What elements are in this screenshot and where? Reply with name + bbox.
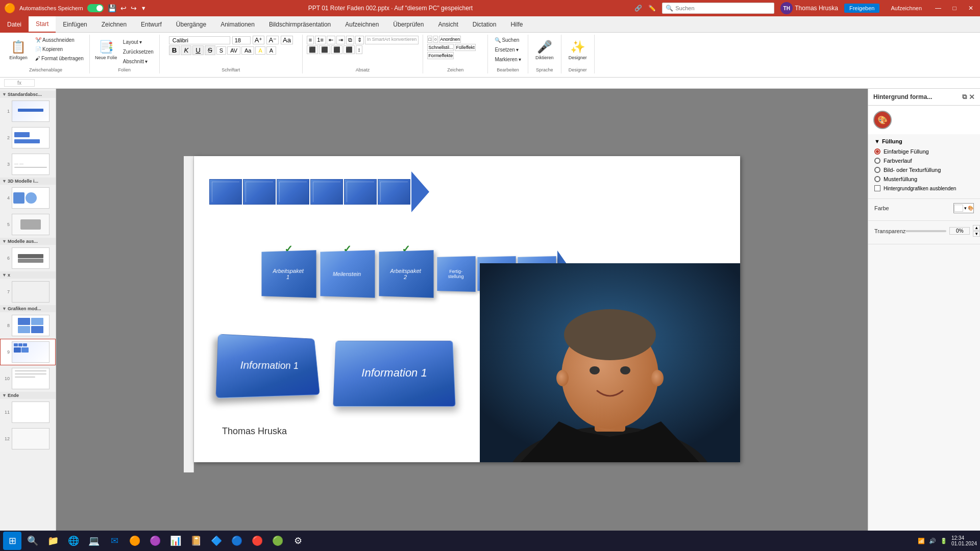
paste-button[interactable]: 📋 Einfügen: [5, 36, 32, 64]
slide-canvas[interactable]: ✓ Arbeitspaket1 ✓ Meilenstein ✓ Arbeitsp…: [194, 156, 740, 462]
share-button[interactable]: Freigeben: [844, 4, 880, 13]
tab-entwurf[interactable]: Entwurf: [134, 16, 169, 33]
slide-item-1[interactable]: 1: [0, 98, 56, 124]
taskbar-vs[interactable]: 💻: [85, 532, 103, 550]
checkbox-hintergrund[interactable]: Hintergrundgrafiken ausblenden: [874, 185, 974, 191]
slide-item-5[interactable]: 5: [0, 211, 56, 238]
tab-aufzeichnen[interactable]: Aufzeichnen: [338, 16, 386, 33]
justify-button[interactable]: ⬛: [344, 45, 355, 54]
align-center-button[interactable]: ⬛: [319, 45, 330, 54]
tab-animationen[interactable]: Animationen: [213, 16, 262, 33]
highlight-button[interactable]: A: [255, 46, 265, 55]
tab-dictation[interactable]: Dictation: [465, 16, 504, 33]
slide-item-7[interactable]: 7: [0, 279, 56, 305]
save-icon[interactable]: 💾: [108, 4, 116, 12]
slide-item-12[interactable]: 12: [0, 425, 56, 452]
start-button[interactable]: ⊞: [3, 532, 21, 550]
tab-hilfe[interactable]: Hilfe: [503, 16, 530, 33]
slide-item-4[interactable]: 4: [0, 185, 56, 211]
record-button[interactable]: Aufzeichnen: [886, 4, 927, 13]
tab-zeichnen[interactable]: Zeichnen: [94, 16, 134, 33]
fuellung-title[interactable]: ▼ Füllung: [874, 138, 974, 144]
tab-bildschirm[interactable]: Bildschirmpräsentation: [262, 16, 338, 33]
taskbar-misc3[interactable]: 🔴: [248, 532, 266, 550]
fill-button[interactable]: Fülleffekt: [455, 44, 475, 51]
section-collapse-icon[interactable]: ▼: [2, 92, 7, 97]
shadow-button[interactable]: S: [216, 46, 226, 55]
taskbar-misc1[interactable]: 🔷: [207, 532, 226, 550]
close-button[interactable]: ✕: [966, 3, 976, 13]
tab-datei[interactable]: Datei: [0, 16, 29, 33]
taskbar-teams[interactable]: 🟣: [146, 532, 164, 550]
smartart-convert-button[interactable]: In SmartArt konvertieren: [365, 36, 419, 44]
transparenz-down[interactable]: ▼: [973, 231, 980, 237]
quick-access-icon[interactable]: ▼: [141, 5, 146, 11]
font-grow-button[interactable]: A⁺: [253, 36, 265, 44]
section-collapse-grafiken[interactable]: ▼: [2, 306, 7, 311]
list-numbered-button[interactable]: 1≡: [315, 36, 326, 44]
taskbar-files[interactable]: 📁: [44, 532, 62, 550]
taskbar-misc4[interactable]: 🟢: [268, 532, 287, 550]
tab-ansicht[interactable]: Ansicht: [431, 16, 465, 33]
align-left-button[interactable]: ⬛: [307, 45, 318, 54]
direction-button[interactable]: ⇕: [355, 36, 364, 44]
italic-button[interactable]: K: [181, 45, 191, 55]
clear-format-button[interactable]: Aa: [281, 36, 293, 44]
copy-button[interactable]: 📄 Kopieren: [33, 45, 86, 54]
taskbar-browser[interactable]: 🌐: [64, 532, 83, 550]
taskbar-office[interactable]: 🟠: [126, 532, 144, 550]
section-button[interactable]: Abschnitt ▾: [120, 57, 156, 66]
strikethrough-button[interactable]: S: [205, 45, 215, 55]
search-input[interactable]: [675, 5, 771, 11]
slide-item-11[interactable]: 11: [0, 399, 56, 425]
taskbar-onenote[interactable]: 📔: [187, 532, 205, 550]
radio-einfarbig[interactable]: Einfarbige Füllung: [874, 148, 974, 155]
section-collapse-x[interactable]: ▼: [2, 272, 7, 278]
pen-icon[interactable]: ✏️: [648, 5, 656, 12]
transparenz-up[interactable]: ▲: [973, 225, 980, 231]
systray-network[interactable]: 📶: [918, 538, 925, 544]
format-paint-button[interactable]: 🖌 Format übertragen: [33, 54, 86, 63]
maximize-button[interactable]: □: [949, 3, 960, 13]
quick-styles-button[interactable]: Schnellstil...: [427, 44, 454, 51]
bold-button[interactable]: B: [169, 45, 180, 55]
font-family-selector[interactable]: Calibri: [169, 36, 230, 44]
taskbar-powerpoint[interactable]: 📊: [166, 532, 185, 550]
autosave-toggle[interactable]: [87, 4, 104, 12]
replace-button[interactable]: Ersetzen ▾: [492, 45, 523, 54]
farbe-swatch[interactable]: ▾ 🎨: [953, 203, 974, 213]
cut-button[interactable]: ✂️ Ausschneiden: [33, 36, 86, 44]
font-color-button[interactable]: A: [266, 46, 276, 55]
select-button[interactable]: Markieren ▾: [492, 55, 523, 64]
taskbar-search[interactable]: 🔍: [23, 532, 42, 550]
list-bullet-button[interactable]: ≡: [307, 36, 314, 44]
align-right-button[interactable]: ⬛: [331, 45, 342, 54]
dictate-button[interactable]: 🎤 Diktieren: [531, 36, 558, 64]
section-collapse-ende[interactable]: ▼: [2, 393, 7, 398]
minimize-button[interactable]: —: [933, 3, 943, 13]
tab-uebergaenge[interactable]: Übergänge: [169, 16, 213, 33]
slide-item-6[interactable]: 6: [0, 245, 56, 271]
new-slide-button[interactable]: 📑 Neue Folie: [93, 36, 119, 64]
transparenz-slider[interactable]: [905, 230, 946, 232]
panel-detach-button[interactable]: ⧉: [962, 93, 967, 101]
undo-icon[interactable]: ↩: [120, 4, 127, 12]
taskbar-misc2[interactable]: 🔵: [228, 532, 246, 550]
spacing-button[interactable]: AV: [227, 46, 240, 55]
reset-button[interactable]: Zurücksetzen: [120, 47, 156, 56]
arrange-button[interactable]: Anordnen: [439, 36, 461, 43]
tab-start[interactable]: Start: [29, 16, 56, 33]
slide-item-3[interactable]: 3 ——: [0, 151, 56, 178]
taskbar-outlook[interactable]: ✉: [105, 532, 124, 550]
tab-ueberpruefen[interactable]: Überprüfen: [386, 16, 431, 33]
tab-einfuegen[interactable]: Einfügen: [56, 16, 94, 33]
line-spacing-button[interactable]: ↕: [356, 45, 363, 54]
layout-button[interactable]: Layout ▾: [120, 38, 156, 46]
shape-format-button[interactable]: Formeffekte: [427, 52, 454, 59]
redo-icon[interactable]: ↪: [131, 4, 137, 12]
find-button[interactable]: 🔍 Suchen: [492, 36, 523, 44]
search-box[interactable]: 🔍: [662, 3, 774, 14]
slide-item-9[interactable]: 9: [0, 339, 56, 365]
designer-button[interactable]: ✨ Designer: [565, 36, 591, 64]
slide-item-2[interactable]: 2: [0, 124, 56, 151]
